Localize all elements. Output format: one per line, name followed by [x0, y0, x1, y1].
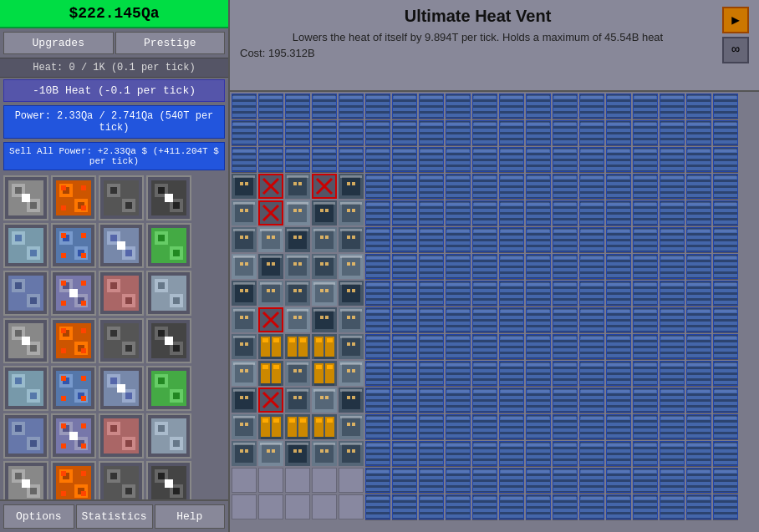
heat-rate-bar: -10B Heat (-0.1 per tick) [3, 79, 225, 102]
game-area[interactable] [230, 92, 759, 532]
power-bar: Power: 2.33Qa / 2.741Qa (540T per tick) [3, 105, 225, 139]
top-info-wrapper: Ultimate Heat Vent Lowers the heat of it… [230, 0, 759, 92]
item-cell-8[interactable] [3, 271, 48, 316]
panel-desc: Lowers the heat of itself by 9.894T per … [240, 31, 716, 43]
item-cell-15[interactable] [146, 318, 191, 363]
item-cell-24[interactable] [3, 461, 48, 499]
arrow-right-icon[interactable]: ▶ [722, 7, 749, 33]
statistics-button[interactable]: Statistics [76, 504, 153, 529]
right-panel: Ultimate Heat Vent Lowers the heat of it… [230, 0, 759, 532]
items-grid [3, 175, 225, 499]
currency-amount: $222.145Qa [69, 5, 159, 22]
item-cell-13[interactable] [51, 318, 96, 363]
item-cell-27[interactable] [146, 461, 191, 499]
item-cell-18[interactable] [99, 366, 144, 411]
items-panel [0, 172, 228, 499]
sell-bar: Sell All Power: +2.33Qa $ (+411.204T $ p… [3, 142, 225, 170]
help-button[interactable]: Help [155, 504, 226, 529]
item-cell-2[interactable] [99, 175, 144, 220]
item-cell-7[interactable] [146, 223, 191, 268]
top-info: Ultimate Heat Vent Lowers the heat of it… [230, 0, 759, 92]
heat-info: Heat: 0 / 1K (0.1 per tick) [0, 58, 228, 78]
item-cell-4[interactable] [3, 223, 48, 268]
item-cell-25[interactable] [51, 461, 96, 499]
item-cell-9[interactable] [51, 271, 96, 316]
item-cell-12[interactable] [3, 318, 48, 363]
bottom-bar: Options Statistics Help [0, 499, 228, 532]
item-cell-0[interactable] [3, 175, 48, 220]
item-cell-5[interactable] [51, 223, 96, 268]
panel-cost: Cost: 195.312B [240, 47, 716, 59]
item-cell-11[interactable] [146, 271, 191, 316]
item-cell-6[interactable] [99, 223, 144, 268]
game-canvas[interactable] [230, 92, 759, 532]
item-cell-26[interactable] [99, 461, 144, 499]
infinity-icon[interactable]: ∞ [722, 37, 749, 63]
options-button[interactable]: Options [3, 504, 74, 529]
item-cell-10[interactable] [99, 271, 144, 316]
item-cell-23[interactable] [146, 413, 191, 459]
currency-display: $222.145Qa [0, 0, 228, 28]
prestige-button[interactable]: Prestige [115, 32, 226, 54]
top-button-row: Upgrades Prestige [0, 28, 228, 58]
item-cell-19[interactable] [146, 366, 191, 411]
left-panel: $222.145Qa Upgrades Prestige Heat: 0 / 1… [0, 0, 230, 532]
item-cell-16[interactable] [3, 366, 48, 411]
item-cell-14[interactable] [99, 318, 144, 363]
item-cell-1[interactable] [51, 175, 96, 220]
item-cell-20[interactable] [3, 413, 48, 459]
item-cell-22[interactable] [99, 413, 144, 459]
panel-title: Ultimate Heat Vent [240, 7, 716, 26]
upgrades-button[interactable]: Upgrades [3, 32, 114, 54]
item-cell-21[interactable] [51, 413, 96, 459]
item-cell-17[interactable] [51, 366, 96, 411]
item-cell-3[interactable] [146, 175, 191, 220]
